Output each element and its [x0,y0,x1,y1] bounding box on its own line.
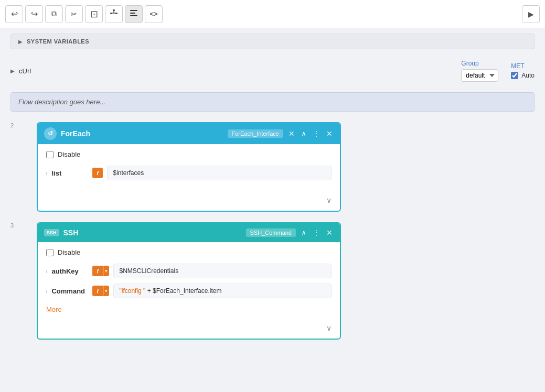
ssh-command-value-string: "ifconfig " [119,287,145,295]
ssh-chevron-down[interactable]: ∨ [326,324,332,332]
foreach-tag: ForEach_Interface [228,129,284,138]
curl-left: ▶ cUrl [10,67,31,75]
ssh-authkey-type-dropdown[interactable]: ▾ [103,266,109,276]
cut-button[interactable]: ✂ [65,5,83,23]
ssh-more-button[interactable]: ⋮ [312,227,321,238]
ssh-command-type-group: f ▾ [92,286,109,296]
ssh-header: SSH SSH SSH_Command ∧ ⋮ ✕ [38,223,340,242]
foreach-field-list: i list f $interfaces [46,166,332,180]
undo-button[interactable]: ↩ [5,5,23,23]
foreach-body: Disable i list f $interfaces [38,144,340,192]
ssh-disable-label: Disable [58,248,80,256]
ssh-field-authkey: i authKey f ▾ $NMSCLICredentials [46,264,332,278]
curl-arrow: ▶ [10,68,15,74]
redo-button[interactable]: ↪ [25,5,43,23]
group-select[interactable]: default [461,69,498,82]
ssh-number: 3 [10,222,14,228]
ssh-command-value-expr: + $ForEach_Interface.item [147,287,222,295]
foreach-disable-checkbox[interactable] [46,151,54,158]
foreach-header-actions: ✕ ∧ ⋮ ✕ [287,128,334,139]
curl-right: Group default MET Auto [461,60,535,82]
ssh-command-value: "ifconfig " + $ForEach_Interface.item [113,284,332,298]
group-section: Group default [461,60,498,82]
play-icon: ▶ [528,10,534,18]
svg-rect-6 [130,13,135,14]
ssh-chevron-up-button[interactable]: ∧ [300,227,307,238]
ssh-authkey-type-group: f ▾ [92,266,109,276]
foreach-block: ↺ ForEach ForEach_Interface ✕ ∧ ⋮ ✕ [37,122,341,212]
met-label: MET [511,62,535,70]
canvas-area: ▶ SYSTEM VARIABLES ▶ cUrl Group default … [0,28,545,392]
svg-rect-7 [130,15,137,16]
ssh-field-command: i Command f ▾ "ifconfig " + $ForEach_Int… [46,284,332,298]
redo-icon: ↪ [31,9,38,19]
ssh-body: Disable i authKey f ▾ $NMSCLICredentials [38,242,340,320]
ssh-authkey-info: i [46,268,47,274]
system-variables-label: SYSTEM VARIABLES [27,38,89,45]
ssh-authkey-value: $NMSCLICredentials [113,264,332,278]
ssh-disable-checkbox[interactable] [46,249,54,256]
ssh-command-info: i [46,288,47,294]
paste-button[interactable]: ⊡ [85,5,103,23]
system-variables-arrow: ▶ [18,39,23,45]
code-button[interactable]: <> [145,5,163,23]
svg-rect-0 [113,9,115,11]
foreach-field-info: i [46,170,47,176]
ssh-command-type-dropdown[interactable]: ▾ [103,286,109,296]
curl-label: cUrl [19,67,31,75]
foreach-field-type-btn[interactable]: f [92,168,103,178]
foreach-close-button[interactable]: ✕ [325,128,334,139]
met-auto: Auto [511,72,535,79]
foreach-close-x-button[interactable]: ✕ [287,128,296,139]
ssh-command-name: Command [51,287,88,295]
foreach-chevron-up-button[interactable]: ∧ [300,128,307,139]
foreach-disable-row: Disable [46,150,332,158]
system-variables-bar[interactable]: ▶ SYSTEM VARIABLES [10,34,535,49]
foreach-wrapper: 2 ↺ ForEach ForEach_Interface ✕ ∧ ⋮ ✕ [21,122,535,212]
met-checkbox[interactable] [511,72,518,79]
ssh-disable-row: Disable [46,248,332,256]
curl-section: ▶ cUrl Group default MET Auto [10,58,535,84]
code-icon: <> [149,10,157,18]
align-icon [130,9,138,19]
ssh-authkey-name: authKey [51,267,88,275]
toolbar: ↩ ↪ ⧉ ✂ ⊡ [0,0,545,28]
foreach-field-name: list [51,169,88,177]
ssh-authkey-type-btn[interactable]: f [92,266,103,276]
foreach-chevron-down[interactable]: ∨ [326,196,332,204]
paste-icon: ⊡ [90,8,98,20]
foreach-footer: ∨ [38,192,340,211]
foreach-icon: ↺ [44,127,57,140]
tree-icon [110,9,118,19]
ssh-header-actions: ∧ ⋮ ✕ [300,227,334,238]
undo-icon: ↩ [11,9,18,19]
align-button[interactable] [125,5,143,23]
met-section: MET Auto [511,62,535,79]
group-label: Group [461,60,498,67]
foreach-disable-label: Disable [58,150,80,158]
svg-rect-5 [130,10,137,11]
play-button[interactable]: ▶ [522,5,540,23]
ssh-block: SSH SSH SSH_Command ∧ ⋮ ✕ Disable [37,222,341,340]
foreach-title: ForEach [61,129,223,138]
ssh-tag: SSH_Command [246,228,296,237]
ssh-close-button[interactable]: ✕ [325,227,334,238]
flow-description: Flow description goes here... [10,92,535,112]
cut-icon: ✂ [71,10,77,18]
ssh-icon: SSH [44,229,59,236]
foreach-more-button[interactable]: ⋮ [312,128,321,139]
ssh-wrapper: 3 SSH SSH SSH_Command ∧ ⋮ ✕ [21,222,535,340]
copy-icon: ⧉ [51,9,57,18]
ssh-command-type-btn[interactable]: f [92,286,103,296]
met-auto-label: Auto [521,72,535,79]
tree-button[interactable] [105,5,123,23]
copy-button[interactable]: ⧉ [45,5,63,23]
ssh-more-link[interactable]: More [46,306,62,313]
canvas-inner: 2 ↺ ForEach ForEach_Interface ✕ ∧ ⋮ ✕ [10,122,535,340]
ssh-title: SSH [63,228,242,237]
foreach-header: ↺ ForEach ForEach_Interface ✕ ∧ ⋮ ✕ [38,123,340,144]
foreach-number: 2 [10,122,14,128]
app-container: ↩ ↪ ⧉ ✂ ⊡ [0,0,545,392]
foreach-field-value: $interfaces [107,166,332,180]
ssh-footer: ∨ [38,320,340,339]
